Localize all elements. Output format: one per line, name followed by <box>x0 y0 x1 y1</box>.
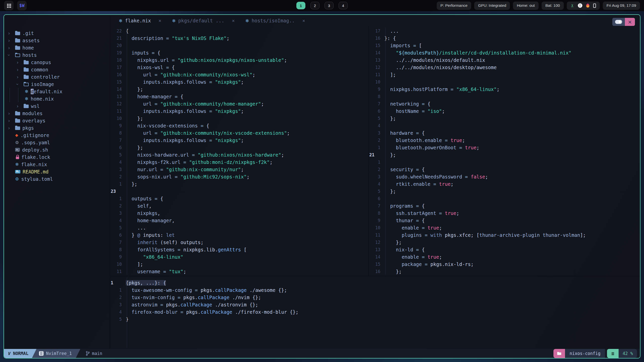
code-line[interactable]: 17 nixos-wsl = { <box>110 64 368 71</box>
code-line[interactable]: 10 }; <box>110 115 368 122</box>
code-line[interactable]: 9 thunar = { <box>369 217 640 224</box>
tree-item-controller[interactable]: ›controller <box>4 73 110 80</box>
tree-item-canopus[interactable]: ›canopus <box>4 59 110 66</box>
code-line[interactable]: 17 ... <box>369 27 640 35</box>
code-line[interactable]: 21 description = "tux's NixOS Flake"; <box>110 35 368 42</box>
code-line[interactable]: 16}: { <box>369 35 640 42</box>
code-line[interactable]: 23 <box>110 188 368 195</box>
code-line[interactable]: 20 <box>110 42 368 49</box>
code-line[interactable]: 11 inputs.nixpkgs.follows = "nixpkgs"; <box>110 108 368 115</box>
code-line[interactable]: 5 ... <box>110 224 368 232</box>
code-line[interactable]: 5 nixos-hardware.url = "github:nixos/nix… <box>110 151 368 159</box>
code-line[interactable]: 6 <box>369 195 640 202</box>
code-line[interactable]: 6 hostName = "iso"; <box>369 108 640 115</box>
code-line[interactable]: 4 home-manager, <box>110 217 368 224</box>
tree-item-modules[interactable]: ›modules <box>4 110 110 117</box>
tree-item-stylua-toml[interactable]: ⚙stylua.toml <box>4 175 110 183</box>
code-line[interactable]: 1{pkgs, ...}: { <box>110 279 640 287</box>
chevron-down-icon[interactable]: › <box>8 52 15 58</box>
code-line[interactable]: 4 firefox-mod-blur = pkgs.callPackage ./… <box>110 308 640 316</box>
chevron-right-icon[interactable]: › <box>16 60 24 65</box>
chevron-right-icon[interactable]: › <box>8 118 15 123</box>
code-line[interactable]: 7 programs = { <box>369 202 640 210</box>
tab-pkgs-default[interactable]: ❄pkgs/default ...× <box>172 18 235 23</box>
chevron-right-icon[interactable]: › <box>16 67 24 72</box>
code-line[interactable]: 8 ssh.startAgent = true; <box>369 210 640 217</box>
code-line[interactable]: 1 <box>369 159 640 166</box>
tree-item-wsl[interactable]: ›wsl <box>4 102 110 110</box>
code-line[interactable]: 4 rtkit.enable = true; <box>369 180 640 188</box>
tree-item-home-nix[interactable]: ❄home.nix <box>4 95 110 102</box>
window-toggle-button[interactable] <box>612 18 625 26</box>
code-line[interactable]: 15 inputs.nixpkgs.follows = "nixpkgs"; <box>110 78 368 86</box>
window-close-button[interactable]: × <box>625 18 635 26</box>
tab-hosts-isoimag[interactable]: ❄hosts/isoImag..× <box>245 18 305 23</box>
code-line[interactable]: 16 }; <box>369 268 640 275</box>
code-line[interactable]: 3 nur.url = "github:nix-community/nur"; <box>110 166 368 173</box>
code-line[interactable]: 11 username = "tux"; <box>110 268 368 275</box>
editor-pane-iso-default-nix[interactable]: 17 ...16}: {15 imports = [14 "${modulesP… <box>369 26 640 276</box>
code-line[interactable]: 6 }; <box>110 144 368 151</box>
workspace-tag-2[interactable]: 2 <box>310 2 319 9</box>
code-line[interactable]: 2 self, <box>110 202 368 210</box>
tree-item-sops-yaml[interactable]: ⚙.sops.yaml <box>4 139 110 146</box>
chevron-right-icon[interactable]: › <box>8 30 15 36</box>
tab-flake-nix[interactable]: ❄flake.nix× <box>119 18 162 23</box>
code-line[interactable]: 3 nixpkgs, <box>110 210 368 217</box>
code-line[interactable]: 2 sops-nix.url = "github:Mic92/sops-nix"… <box>110 173 368 180</box>
tree-item-overlays[interactable]: ›overlays <box>4 117 110 124</box>
code-line[interactable]: 5 }; <box>369 188 640 195</box>
editor-pane-pkgs-default-nix[interactable]: 1{pkgs, ...}: {1 tux-awesome-wm-config =… <box>110 276 640 349</box>
code-line[interactable]: 9 "x86_64-linux" <box>110 253 368 261</box>
code-line[interactable]: 12 }; <box>369 239 640 246</box>
close-tab-icon[interactable]: × <box>302 18 305 23</box>
workspace-tag-3[interactable]: 3 <box>325 2 334 9</box>
awesome-menu-button[interactable]: $W <box>17 1 27 10</box>
code-line[interactable]: 14 }; <box>110 86 368 93</box>
code-line[interactable]: 7 inherit (self) outputs; <box>110 239 368 246</box>
chevron-right-icon[interactable]: › <box>16 103 24 109</box>
code-line[interactable]: 12 url = "github:nix-community/home-mana… <box>110 100 368 108</box>
code-line[interactable]: 4 nixpkgs-f2k.url = "github:moni-dz/nixp… <box>110 159 368 166</box>
tree-item-home[interactable]: ›home <box>4 44 110 51</box>
code-line[interactable]: 10 <box>369 78 640 86</box>
tree-item-assets[interactable]: ›assets <box>4 37 110 44</box>
chevron-right-icon[interactable]: › <box>8 111 15 116</box>
code-line[interactable]: 3 sudo.wheelNeedsPassword = false; <box>369 173 640 180</box>
tree-item-pkgs[interactable]: ›pkgs <box>4 124 110 131</box>
code-line[interactable]: 12 ../../modules/nixos/desktop/awesome <box>369 64 640 71</box>
tree-item-default-nix[interactable]: ❄default.nix <box>4 88 110 95</box>
chevron-right-icon[interactable]: › <box>8 45 15 51</box>
code-line[interactable]: 15 package = pkgs.nix-ld-rs; <box>369 261 640 268</box>
code-line[interactable]: 22{ <box>110 27 368 35</box>
code-line[interactable]: 3 hardware = { <box>369 129 640 137</box>
tree-item-flake-nix[interactable]: ❄flake.nix <box>4 161 110 168</box>
close-tab-icon[interactable]: × <box>232 18 235 23</box>
tree-item-gitignore[interactable]: ◆.gitignore <box>4 131 110 139</box>
tree-item-git[interactable]: ›.git <box>4 29 110 37</box>
code-line[interactable]: 9 nix-vscode-extensions = { <box>110 122 368 129</box>
code-line[interactable]: 19 inputs = { <box>110 49 368 57</box>
code-line[interactable]: 11 plugins = with pkgs.xfce; [thunar-arc… <box>369 232 640 239</box>
code-line[interactable]: 8 url = "github:nix-community/nix-vscode… <box>110 129 368 137</box>
code-line[interactable]: 18 nixpkgs.url = "github:nixos/nixpkgs/n… <box>110 57 368 64</box>
chevron-right-icon[interactable]: › <box>8 38 15 43</box>
chevron-right-icon[interactable]: › <box>16 74 24 80</box>
code-line[interactable]: 5} <box>110 316 640 323</box>
tree-item-flake-lock[interactable]: flake.lock <box>4 153 110 161</box>
code-line[interactable]: 7 inputs.nixpkgs.follows = "nixpkgs"; <box>110 137 368 144</box>
chevron-right-icon[interactable]: › <box>8 125 15 131</box>
code-line[interactable]: 14 enable = true; <box>369 253 640 261</box>
code-line[interactable]: 2 bluetooth.enable = true; <box>369 137 640 144</box>
close-tab-icon[interactable]: × <box>158 18 161 23</box>
code-line[interactable]: 13 home-manager = { <box>110 93 368 100</box>
tree-item-hosts[interactable]: ›hosts <box>4 51 110 59</box>
code-line[interactable]: 5 }; <box>369 115 640 122</box>
code-line[interactable]: 15 imports = [ <box>369 42 640 49</box>
workspace-tag-4[interactable]: 4 <box>339 2 348 9</box>
code-line[interactable]: 11 ]; <box>369 71 640 78</box>
workspace-tag-1[interactable]: 1 <box>296 2 305 9</box>
code-line[interactable]: 13 ../../modules/nixos/default.nix <box>369 57 640 64</box>
editor-pane-flake-nix[interactable]: 22{21 description = "tux's NixOS Flake";… <box>110 26 368 276</box>
code-line[interactable]: 9 nixpkgs.hostPlatform = "x86_64-linux"; <box>369 86 640 93</box>
